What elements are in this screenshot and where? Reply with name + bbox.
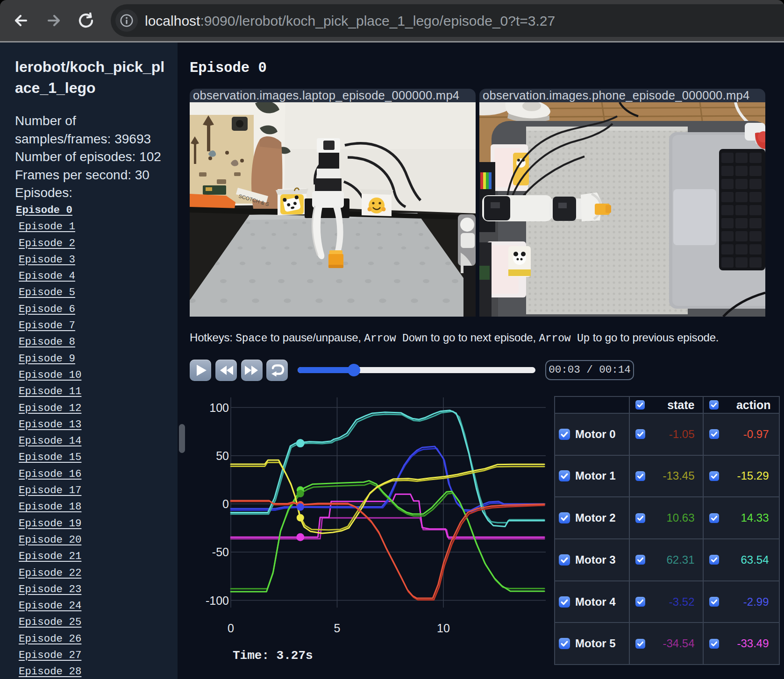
svg-text:50: 50 (216, 449, 229, 462)
svg-text:100: 100 (209, 401, 229, 414)
svg-text:-50: -50 (212, 546, 229, 559)
svg-text:10: 10 (437, 622, 450, 635)
svg-text:0: 0 (222, 497, 229, 510)
svg-text:0: 0 (228, 622, 234, 635)
svg-text:Time: 3.27s: Time: 3.27s (233, 649, 313, 663)
svg-text:5: 5 (334, 622, 341, 635)
svg-text:-100: -100 (206, 594, 229, 607)
